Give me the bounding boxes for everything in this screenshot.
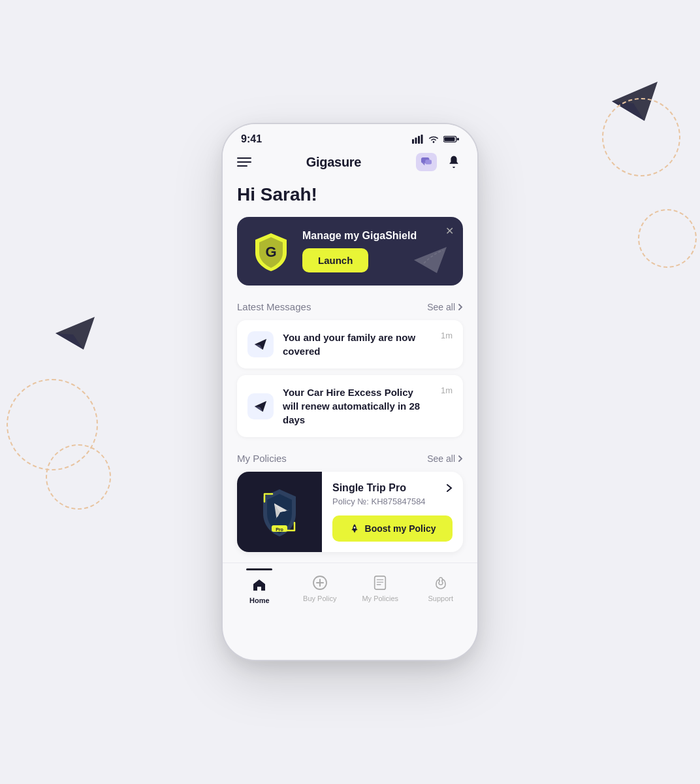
phone-frame: 9:41 <box>223 124 477 660</box>
nav-item-my-policies[interactable]: My Policies <box>350 574 411 602</box>
close-banner-button[interactable]: ✕ <box>445 226 454 237</box>
status-time: 9:41 <box>241 133 262 145</box>
plane-left-icon <box>52 314 98 353</box>
paper-plane-icon <box>253 400 268 413</box>
policies-section-header: My Policies See all <box>237 453 463 464</box>
svg-text:G: G <box>265 244 276 260</box>
banner-title: Manage my GigaShield <box>302 230 450 242</box>
nav-label-buy-policy: Buy Policy <box>303 595 336 602</box>
top-nav: Gigasure <box>223 150 477 179</box>
support-icon <box>432 574 450 592</box>
policies-see-all-link[interactable]: See all <box>427 453 463 464</box>
messages-section: Latest Messages See all You and your fam… <box>237 301 463 437</box>
battery-icon <box>443 135 459 144</box>
launch-button[interactable]: Launch <box>302 248 368 272</box>
chevron-right-icon <box>458 455 463 463</box>
policy-card-image: Pro <box>237 472 322 552</box>
svg-marker-3 <box>56 333 84 350</box>
chat-icon-button[interactable] <box>416 153 437 171</box>
notification-bell-icon[interactable] <box>445 153 463 171</box>
policy-card: Pro Single Trip Pro Policy №: KH87584758… <box>237 472 463 552</box>
messages-section-title: Latest Messages <box>237 301 311 312</box>
rocket-icon <box>349 523 360 534</box>
svg-point-26 <box>353 527 355 529</box>
boost-policy-button[interactable]: Boost my Policy <box>332 515 453 542</box>
message-icon-1 <box>247 331 274 357</box>
deco-circle-1 <box>602 98 680 176</box>
nav-label-home: Home <box>249 596 270 604</box>
chevron-right-icon <box>458 303 463 311</box>
messages-section-header: Latest Messages See all <box>237 301 463 312</box>
policy-name-row: Single Trip Pro <box>332 482 453 494</box>
status-bar: 9:41 <box>223 124 477 150</box>
svg-text:Pro: Pro <box>276 527 283 531</box>
nav-label-my-policies: My Policies <box>362 595 398 602</box>
svg-point-8 <box>433 141 435 143</box>
policy-chevron-icon <box>446 483 453 493</box>
home-icon <box>250 576 268 594</box>
policy-name: Single Trip Pro <box>332 482 406 494</box>
message-icon-2 <box>247 393 274 419</box>
policy-number: Policy №: KH875847584 <box>332 497 453 506</box>
hamburger-menu-icon[interactable] <box>237 157 251 167</box>
svg-rect-5 <box>415 138 417 144</box>
gigashield-banner: G Manage my GigaShield Launch ✕ <box>237 217 463 286</box>
message-card[interactable]: Your Car Hire Excess Policy will renew a… <box>237 375 463 437</box>
banner-plane-decoration-icon <box>411 244 450 276</box>
message-time-1: 1m <box>441 331 453 340</box>
nav-item-buy-policy[interactable]: Buy Policy <box>290 574 351 602</box>
greeting-text: Hi Sarah! <box>237 184 463 205</box>
deco-circle-2 <box>638 209 697 268</box>
message-text-2: Your Car Hire Excess Policy will renew a… <box>283 385 432 427</box>
buy-policy-icon <box>311 574 329 592</box>
svg-rect-6 <box>418 136 420 144</box>
plane-top-right-icon <box>609 78 661 124</box>
nav-item-support[interactable]: Support <box>411 574 471 602</box>
svg-rect-28 <box>375 576 386 589</box>
nav-actions <box>416 153 463 171</box>
message-card[interactable]: You and your family are now covered 1m <box>237 320 463 368</box>
status-icons <box>412 135 459 144</box>
corner-bracket-tl-icon <box>263 493 274 503</box>
app-title: Gigasure <box>306 155 361 170</box>
nav-active-indicator <box>246 568 272 570</box>
nav-label-support: Support <box>428 595 453 602</box>
svg-rect-10 <box>444 137 454 141</box>
deco-circle-4 <box>46 444 111 510</box>
svg-marker-2 <box>56 317 95 350</box>
signal-icon <box>412 135 424 144</box>
policies-section-title: My Policies <box>237 453 287 464</box>
wifi-icon <box>428 135 439 144</box>
message-time-2: 1m <box>441 385 453 395</box>
deco-circle-3 <box>7 379 98 470</box>
svg-rect-11 <box>457 138 459 140</box>
nav-item-home[interactable]: Home <box>229 571 290 604</box>
message-text-1: You and your family are now covered <box>283 331 432 358</box>
bottom-nav: Home Buy Policy My Policies <box>223 563 477 623</box>
svg-marker-13 <box>422 163 425 166</box>
svg-marker-0 <box>612 82 658 121</box>
corner-bracket-br-icon <box>285 521 296 532</box>
gigashield-logo-icon: G <box>250 231 292 272</box>
main-content: Hi Sarah! G Manage my GigaShield Launch … <box>223 179 477 552</box>
policy-details: Single Trip Pro Policy №: KH875847584 Bo… <box>322 472 463 552</box>
paper-plane-icon <box>253 338 268 351</box>
svg-marker-16 <box>414 247 447 273</box>
policies-section: My Policies See all <box>237 453 463 552</box>
svg-rect-14 <box>425 159 432 164</box>
svg-rect-4 <box>412 139 414 144</box>
my-policies-icon <box>371 574 389 592</box>
svg-rect-7 <box>421 135 423 144</box>
svg-marker-1 <box>612 101 644 121</box>
messages-see-all-link[interactable]: See all <box>427 302 463 312</box>
chat-bubble-icon <box>421 157 432 167</box>
